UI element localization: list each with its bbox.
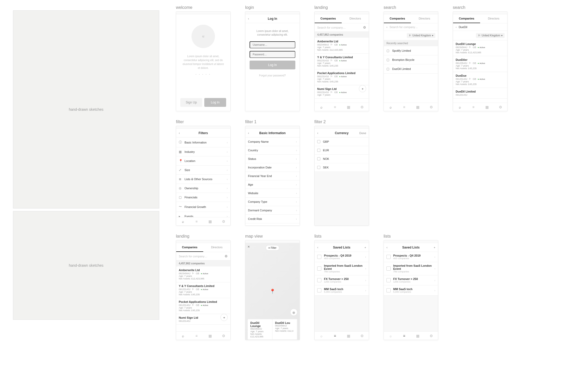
tab-companies[interactable]: Companies — [384, 14, 411, 23]
company-row[interactable]: Amberwrite Ltd08234564J🏳GBActiveAge: 7 y… — [176, 266, 230, 282]
company-row[interactable]: Y & Y Consultants Limited09123143J🏳GBAct… — [176, 282, 230, 298]
recent-item[interactable]: ▢Brompton Bicycle — [384, 55, 438, 64]
tab-companies[interactable]: Companies — [176, 243, 203, 252]
company-row[interactable]: DueDil Lounge08234564J🏳GBActiveAge: 7 ye… — [453, 40, 507, 56]
username-input[interactable] — [250, 41, 295, 48]
nav-list-icon[interactable]: ≡ — [328, 105, 342, 109]
location-fab[interactable]: ⌖ — [359, 85, 366, 92]
filter-row[interactable]: ◎Ownership› — [176, 184, 230, 193]
filter1-row[interactable]: Credit Risk› — [245, 215, 300, 223]
login-button[interactable]: Log In — [204, 98, 226, 107]
currency-row[interactable]: SEK — [315, 163, 369, 172]
back-icon[interactable]: ‹ — [456, 25, 457, 29]
currency-row[interactable]: NOK — [315, 155, 369, 163]
recent-item[interactable]: ▢Spotify Limited — [384, 46, 438, 55]
filter-row[interactable]: ▦Industry› — [176, 147, 230, 156]
nav-list-icon[interactable]: ≡ — [397, 334, 411, 338]
filter-icon[interactable]: ⚙ — [363, 25, 366, 29]
search-input[interactable] — [459, 25, 505, 29]
company-row[interactable]: DueDil Limited09123143J — [453, 88, 507, 99]
tab-directors[interactable]: Directors — [203, 243, 230, 252]
nav-search-icon[interactable]: ⌕ — [384, 105, 397, 109]
currency-row[interactable]: EUR — [315, 146, 369, 155]
nav-search-icon[interactable]: ⌕ — [384, 334, 397, 338]
close-icon[interactable]: ✕ — [247, 245, 250, 249]
nav-list-icon[interactable]: ≡ — [397, 105, 411, 109]
filter-row[interactable]: ⤢Size› — [176, 166, 230, 175]
add-button[interactable]: + — [434, 246, 435, 249]
tab-companies[interactable]: Companies — [315, 14, 342, 23]
nav-list-icon[interactable]: ≡ — [190, 334, 203, 338]
nav-cal-icon[interactable]: ▦ — [203, 334, 217, 338]
company-row[interactable]: DueDiler09123543J🏳GBActiveAge: 7 yearsNe… — [453, 56, 507, 72]
checkbox[interactable] — [317, 149, 320, 152]
saved-list-row[interactable]: MM SaaS tech5,000 companies› — [315, 285, 369, 296]
nav-gear-icon[interactable]: ⚙ — [424, 105, 438, 109]
back-icon[interactable]: ‹ — [317, 246, 318, 249]
nav-search-icon[interactable]: ⌕ — [453, 105, 467, 109]
nav-gear-icon[interactable]: ⚙ — [355, 105, 369, 109]
filter1-row[interactable]: Incorporation Date› — [245, 163, 300, 172]
filter1-row[interactable]: Company Name› — [245, 138, 300, 146]
recent-item[interactable]: ▢DueDil Limited — [384, 64, 438, 74]
saved-list-row[interactable]: Prospects - Q4 2019463 companies› — [315, 252, 369, 262]
back-icon[interactable]: ‹ — [386, 246, 387, 249]
nav-cal-icon[interactable]: ▦ — [480, 105, 494, 109]
password-input[interactable] — [250, 51, 295, 58]
checkbox[interactable] — [317, 166, 320, 169]
done-button[interactable]: Done — [359, 132, 366, 135]
map-area[interactable]: ✕ ≡ Filter 📍 ◎ DueDil Lounge 08234564J A… — [245, 243, 300, 340]
country-chip[interactable]: 🏳 United Kingdom ▾ — [407, 33, 435, 38]
filter-row[interactable]: 〜Financial Growth› — [176, 202, 230, 212]
nav-gear-icon[interactable]: ⚙ — [424, 334, 438, 338]
back-icon[interactable]: ‹ — [386, 25, 387, 29]
saved-list-row[interactable]: FX Turnover > 2501256 companies› — [384, 275, 438, 285]
nav-gear-icon[interactable]: ⚙ — [494, 105, 507, 109]
nav-cal-icon[interactable]: ▦ — [411, 334, 424, 338]
nav-list-icon[interactable]: ≡ — [328, 334, 342, 338]
tab-companies[interactable]: Companies — [453, 14, 480, 23]
checkbox[interactable] — [317, 140, 320, 143]
nav-list-icon[interactable]: ≡ — [467, 105, 480, 109]
forgot-link[interactable]: Forgot your password? — [250, 74, 295, 77]
location-fab[interactable]: ⌖ — [220, 314, 228, 321]
filter-row[interactable]: ≣Lists & Other Sources› — [176, 175, 230, 184]
company-row[interactable]: Pocket Applications Limited09123143J🏳GBA… — [176, 298, 230, 314]
nav-search-icon[interactable]: ⌕ — [315, 105, 328, 109]
back-icon[interactable]: ‹ — [317, 131, 318, 135]
filter1-row[interactable]: Dormant Company› — [245, 206, 300, 215]
nav-search-icon[interactable]: ⌕ — [315, 334, 328, 338]
nav-cal-icon[interactable]: ▦ — [342, 105, 355, 109]
country-chip[interactable]: 🏳 United Kingdom ▾ — [476, 33, 505, 38]
filter-row[interactable]: ⓘBasic Information› — [176, 138, 230, 147]
map-card[interactable]: DueDil Lou 08234564J Age: 7 years Net As… — [272, 319, 297, 339]
filter1-row[interactable]: Age› — [245, 180, 300, 189]
saved-list-row[interactable]: Imported from SaaS London Event789 compa… — [384, 262, 438, 275]
nav-search-icon[interactable]: ⌕ — [176, 219, 190, 224]
login-submit-button[interactable]: Log In — [250, 61, 295, 69]
back-icon[interactable]: ‹ — [248, 131, 249, 135]
filter1-row[interactable]: Website› — [245, 189, 300, 198]
search-input[interactable] — [317, 26, 361, 29]
search-input[interactable] — [179, 255, 222, 258]
filter1-row[interactable]: Financial Year End› — [245, 172, 300, 180]
company-row[interactable]: DueDue09123143J🏳GBActiveAge: 7 yearsNet … — [453, 72, 507, 88]
filter-row[interactable]: 📍Location› — [176, 156, 230, 166]
saved-list-row[interactable]: FX Turnover > 2501256 companies› — [315, 275, 369, 285]
company-row[interactable]: Y & Y Consultants Limited 09123143J🏳GBAc… — [315, 54, 369, 69]
nav-cal-icon[interactable]: ▦ — [342, 334, 355, 338]
saved-list-row[interactable]: Imported from SaaS London Event789 compa… — [315, 262, 369, 275]
checkbox[interactable] — [317, 157, 320, 160]
saved-list-row[interactable]: MM SaaS tech5,000 companies› — [384, 285, 438, 296]
tab-directors[interactable]: Directors — [342, 14, 369, 23]
search-input[interactable] — [390, 25, 435, 29]
back-icon[interactable]: ‹ — [179, 131, 180, 135]
tab-directors[interactable]: Directors — [411, 14, 438, 23]
filter-row[interactable]: ▢Financials› — [176, 193, 230, 202]
nav-list-icon[interactable]: ≡ — [190, 219, 203, 224]
nav-cal-icon[interactable]: ▦ — [411, 105, 424, 109]
filter1-row[interactable]: Country› — [245, 146, 300, 155]
company-row[interactable]: Pocket Applications Limited 09123143J🏳GB… — [315, 69, 369, 85]
filter-pill[interactable]: ≡ Filter — [266, 245, 279, 251]
signup-button[interactable]: Sign Up — [180, 98, 202, 107]
